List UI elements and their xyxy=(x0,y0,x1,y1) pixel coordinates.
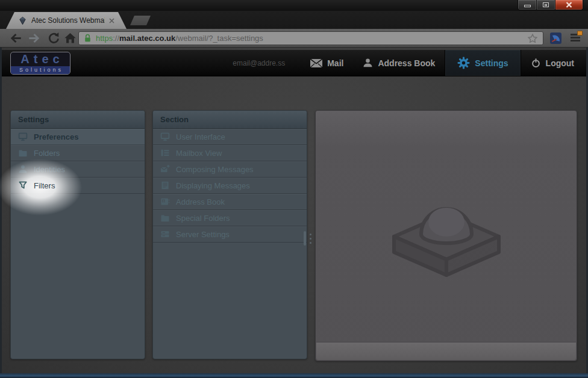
address-bar[interactable]: https://mail.atec.co.uk/webmail/?_task=s… xyxy=(78,31,543,45)
panel-splitter-handle[interactable] xyxy=(309,231,311,246)
section-item-special-folders[interactable]: Special Folders xyxy=(153,210,307,226)
section-panel-title: Section xyxy=(153,111,307,129)
settings-item-label: Folders xyxy=(34,149,60,158)
section-item-label: User Interface xyxy=(176,132,225,141)
refresh-icon[interactable] xyxy=(48,32,60,45)
menu-button[interactable] xyxy=(571,33,581,43)
url-path: /webmail/?_task=settings xyxy=(175,34,263,43)
content-panel-footer xyxy=(316,342,576,360)
url-scheme: https xyxy=(96,34,113,43)
logo-text-bottom: Solutions xyxy=(11,66,70,74)
back-icon[interactable] xyxy=(9,32,22,45)
header-taskbar: email@addre.ss Mail Address Book xyxy=(233,50,586,76)
webmail-header: Atec Solutions email@addre.ss Mail xyxy=(2,50,586,76)
close-button[interactable] xyxy=(555,0,583,10)
monitor-icon xyxy=(160,132,170,141)
server-icon xyxy=(160,229,170,239)
section-item-label: Address Book xyxy=(176,197,225,206)
browser-tab[interactable]: Atec Solutions Webmail :: xyxy=(6,12,127,29)
section-item-mailbox-view[interactable]: Mailbox View xyxy=(153,145,307,161)
account-email: email@addre.ss xyxy=(233,59,285,67)
section-item-user-interface[interactable]: User Interface xyxy=(153,129,307,145)
settings-item-label: Preferences xyxy=(34,132,78,141)
list-layout-icon xyxy=(160,148,170,158)
nav-settings-label: Settings xyxy=(475,58,508,68)
extension-icon[interactable] xyxy=(550,33,561,44)
browser-toolbar: https://mail.atec.co.uk/webmail/?_task=s… xyxy=(0,29,588,48)
section-item-label: Displaying Messages xyxy=(176,181,250,190)
url-host: mail.atec.co.uk xyxy=(119,34,175,43)
settings-item-label: Identities xyxy=(34,165,65,174)
atec-logo: Atec Solutions xyxy=(10,52,70,75)
section-item-server-settings[interactable]: Server Settings xyxy=(153,226,307,243)
section-item-displaying-messages[interactable]: Displaying Messages xyxy=(153,178,307,194)
close-icon xyxy=(566,2,572,8)
maximize-icon xyxy=(543,2,549,7)
nav-settings-button[interactable]: Settings xyxy=(445,50,521,76)
home-icon[interactable] xyxy=(64,32,77,45)
power-icon xyxy=(531,58,541,68)
mail-icon xyxy=(310,59,322,67)
monitor-icon xyxy=(18,132,28,141)
document-icon xyxy=(160,181,170,190)
webmail-page: Atec Solutions email@addre.ss Mail xyxy=(2,48,586,373)
section-item-label: Server Settings xyxy=(176,230,230,239)
window-frame-left xyxy=(0,48,2,373)
nav-addressbook-button[interactable]: Address Book xyxy=(353,50,445,76)
settings-item-filters[interactable]: Filters xyxy=(11,178,145,194)
folder-icon xyxy=(18,148,28,158)
tab-close-icon[interactable] xyxy=(109,18,114,23)
settings-item-identities[interactable]: Identities xyxy=(11,161,145,178)
filter-funnel-icon xyxy=(18,181,28,190)
section-item-address-book[interactable]: Address Book xyxy=(153,194,307,210)
minimize-button[interactable] xyxy=(518,0,537,10)
nav-logout-label: Logout xyxy=(546,58,574,68)
nav-addressbook-label: Address Book xyxy=(378,58,435,68)
section-scrollbar-thumb[interactable] xyxy=(304,231,306,246)
settings-item-folders[interactable]: Folders xyxy=(11,145,145,161)
contact-card-icon xyxy=(160,197,170,206)
tab-strip: Atec Solutions Webmail :: xyxy=(0,11,588,29)
new-tab-button[interactable] xyxy=(130,16,151,25)
maximize-button[interactable] xyxy=(537,0,555,10)
minimize-icon xyxy=(524,5,531,7)
favicon-gem-icon xyxy=(18,16,27,25)
section-item-label: Special Folders xyxy=(176,214,230,223)
settings-panel-title: Settings xyxy=(11,111,145,129)
menu-badge xyxy=(577,31,583,36)
section-item-composing-messages[interactable]: Composing Messages xyxy=(153,161,307,178)
forward-icon[interactable] xyxy=(28,32,41,45)
person-icon xyxy=(363,58,373,68)
menu-icon xyxy=(571,33,581,43)
padlock-icon xyxy=(84,34,92,43)
window-controls xyxy=(518,0,583,10)
logo-text-top: Atec xyxy=(11,52,70,66)
section-item-label: Composing Messages xyxy=(176,165,254,174)
gear-icon xyxy=(457,57,470,69)
browser-window: Atec Solutions Webmail :: https://mail.a… xyxy=(0,0,588,378)
tab-title: Atec Solutions Webmail :: xyxy=(31,16,105,25)
watermark-button-logo xyxy=(383,169,510,277)
nav-logout-button[interactable]: Logout xyxy=(521,50,586,76)
url-text: https://mail.atec.co.uk/webmail/?_task=s… xyxy=(96,34,523,43)
window-frame-bottom xyxy=(0,373,588,378)
person-icon xyxy=(18,164,28,174)
window-titlebar xyxy=(0,0,588,11)
settings-item-preferences[interactable]: Preferences xyxy=(11,129,145,145)
folder-icon xyxy=(160,213,170,223)
settings-item-label: Filters xyxy=(34,181,55,190)
section-panel: Section User Interface Mailbox View Comp… xyxy=(152,110,307,359)
compose-mail-icon xyxy=(160,164,170,174)
bookmark-star-icon[interactable] xyxy=(527,33,538,44)
nav-mail-label: Mail xyxy=(327,58,343,68)
section-item-label: Mailbox View xyxy=(176,149,222,158)
content-panel xyxy=(315,110,577,361)
settings-panel: Settings Preferences Folders Identities xyxy=(10,110,145,359)
nav-mail-button[interactable]: Mail xyxy=(301,50,353,76)
